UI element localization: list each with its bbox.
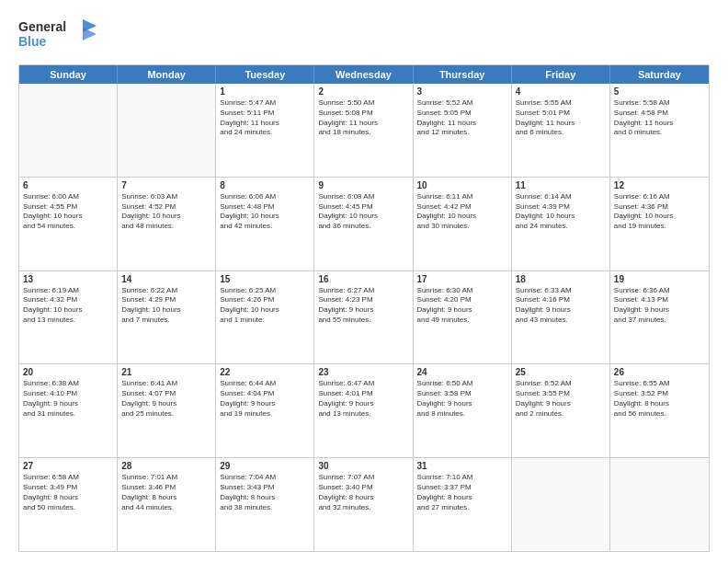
cell-info: Sunrise: 6:44 AM Sunset: 4:04 PM Dayligh…	[220, 379, 310, 419]
weekday-header: Wednesday	[314, 65, 413, 84]
calendar-cell: 28Sunrise: 7:01 AM Sunset: 3:46 PM Dayli…	[118, 458, 216, 551]
cell-info: Sunrise: 6:03 AM Sunset: 4:52 PM Dayligh…	[121, 192, 211, 232]
calendar-cell: 31Sunrise: 7:10 AM Sunset: 3:37 PM Dayli…	[414, 458, 512, 551]
calendar-cell: 6Sunrise: 6:00 AM Sunset: 4:55 PM Daylig…	[19, 178, 118, 270]
day-number: 30	[318, 461, 408, 471]
calendar-cell: 18Sunrise: 6:33 AM Sunset: 4:16 PM Dayli…	[512, 271, 610, 364]
calendar-cell: 25Sunrise: 6:52 AM Sunset: 3:55 PM Dayli…	[512, 364, 610, 457]
day-number: 28	[121, 461, 211, 471]
cell-info: Sunrise: 6:22 AM Sunset: 4:29 PM Dayligh…	[121, 286, 211, 326]
calendar-cell: 21Sunrise: 6:41 AM Sunset: 4:07 PM Dayli…	[118, 364, 216, 457]
calendar-cell: 24Sunrise: 6:50 AM Sunset: 3:58 PM Dayli…	[414, 364, 512, 457]
day-number: 4	[516, 86, 606, 97]
day-number: 6	[23, 180, 113, 190]
cell-info: Sunrise: 7:04 AM Sunset: 3:43 PM Dayligh…	[220, 473, 310, 512]
calendar-cell	[19, 84, 118, 177]
calendar-cell: 8Sunrise: 6:06 AM Sunset: 4:48 PM Daylig…	[216, 178, 314, 270]
cell-info: Sunrise: 6:00 AM Sunset: 4:55 PM Dayligh…	[23, 192, 113, 232]
day-number: 27	[23, 461, 113, 471]
calendar-row: 27Sunrise: 6:58 AM Sunset: 3:49 PM Dayli…	[19, 457, 709, 551]
day-number: 24	[417, 367, 507, 377]
day-number: 22	[220, 367, 310, 377]
page: General Blue SundayMondayTuesdayWednesda…	[0, 0, 728, 563]
day-number: 14	[121, 274, 211, 284]
calendar-cell: 17Sunrise: 6:30 AM Sunset: 4:20 PM Dayli…	[414, 271, 512, 364]
calendar-cell: 26Sunrise: 6:55 AM Sunset: 3:52 PM Dayli…	[610, 364, 709, 457]
day-number: 7	[121, 180, 211, 190]
cell-info: Sunrise: 6:50 AM Sunset: 3:58 PM Dayligh…	[417, 379, 507, 419]
day-number: 31	[417, 461, 507, 471]
day-number: 16	[318, 274, 408, 284]
cell-info: Sunrise: 5:52 AM Sunset: 5:05 PM Dayligh…	[417, 98, 507, 138]
calendar-cell	[118, 84, 216, 177]
logo-text: General Blue	[18, 15, 101, 55]
svg-marker-3	[83, 28, 97, 40]
calendar-cell: 12Sunrise: 6:16 AM Sunset: 4:36 PM Dayli…	[610, 178, 709, 270]
cell-info: Sunrise: 5:55 AM Sunset: 5:01 PM Dayligh…	[516, 98, 606, 138]
header: General Blue	[18, 15, 710, 55]
calendar-cell: 29Sunrise: 7:04 AM Sunset: 3:43 PM Dayli…	[216, 458, 314, 551]
cell-info: Sunrise: 6:52 AM Sunset: 3:55 PM Dayligh…	[516, 379, 606, 419]
day-number: 20	[23, 367, 113, 377]
weekday-header: Thursday	[414, 65, 512, 84]
weekday-header: Sunday	[19, 65, 118, 84]
calendar: SundayMondayTuesdayWednesdayThursdayFrid…	[18, 64, 710, 552]
calendar-cell: 11Sunrise: 6:14 AM Sunset: 4:39 PM Dayli…	[512, 178, 610, 270]
calendar-cell: 13Sunrise: 6:19 AM Sunset: 4:32 PM Dayli…	[19, 271, 118, 364]
cell-info: Sunrise: 7:07 AM Sunset: 3:40 PM Dayligh…	[318, 473, 408, 512]
calendar-cell: 22Sunrise: 6:44 AM Sunset: 4:04 PM Dayli…	[216, 364, 314, 457]
calendar-row: 6Sunrise: 6:00 AM Sunset: 4:55 PM Daylig…	[19, 177, 709, 270]
calendar-row: 13Sunrise: 6:19 AM Sunset: 4:32 PM Dayli…	[19, 270, 709, 364]
day-number: 29	[220, 461, 310, 471]
logo: General Blue	[18, 15, 101, 55]
cell-info: Sunrise: 6:36 AM Sunset: 4:13 PM Dayligh…	[614, 286, 705, 326]
day-number: 1	[220, 86, 310, 97]
calendar-cell	[512, 458, 610, 551]
day-number: 21	[121, 367, 211, 377]
calendar-cell: 4Sunrise: 5:55 AM Sunset: 5:01 PM Daylig…	[512, 84, 610, 177]
cell-info: Sunrise: 6:11 AM Sunset: 4:42 PM Dayligh…	[417, 192, 507, 232]
weekday-header: Tuesday	[216, 65, 314, 84]
calendar-cell: 16Sunrise: 6:27 AM Sunset: 4:23 PM Dayli…	[314, 271, 413, 364]
cell-info: Sunrise: 6:30 AM Sunset: 4:20 PM Dayligh…	[417, 286, 507, 326]
cell-info: Sunrise: 6:27 AM Sunset: 4:23 PM Dayligh…	[318, 286, 408, 326]
day-number: 5	[614, 86, 705, 97]
weekday-header: Friday	[512, 65, 610, 84]
cell-info: Sunrise: 5:58 AM Sunset: 4:58 PM Dayligh…	[614, 98, 705, 138]
cell-info: Sunrise: 6:41 AM Sunset: 4:07 PM Dayligh…	[121, 379, 211, 419]
calendar-cell: 20Sunrise: 6:38 AM Sunset: 4:10 PM Dayli…	[19, 364, 118, 457]
day-number: 19	[614, 274, 705, 284]
calendar-cell: 30Sunrise: 7:07 AM Sunset: 3:40 PM Dayli…	[314, 458, 413, 551]
svg-text:General: General	[18, 19, 66, 34]
day-number: 9	[318, 180, 408, 190]
calendar-row: 20Sunrise: 6:38 AM Sunset: 4:10 PM Dayli…	[19, 363, 709, 457]
calendar-body: 1Sunrise: 5:47 AM Sunset: 5:11 PM Daylig…	[19, 84, 709, 551]
day-number: 17	[417, 274, 507, 284]
calendar-cell: 3Sunrise: 5:52 AM Sunset: 5:05 PM Daylig…	[414, 84, 512, 177]
cell-info: Sunrise: 7:10 AM Sunset: 3:37 PM Dayligh…	[417, 473, 507, 512]
cell-info: Sunrise: 6:19 AM Sunset: 4:32 PM Dayligh…	[23, 286, 113, 326]
cell-info: Sunrise: 6:25 AM Sunset: 4:26 PM Dayligh…	[220, 286, 310, 326]
calendar-cell: 9Sunrise: 6:08 AM Sunset: 4:45 PM Daylig…	[314, 178, 413, 270]
calendar-cell: 14Sunrise: 6:22 AM Sunset: 4:29 PM Dayli…	[118, 271, 216, 364]
calendar-cell: 1Sunrise: 5:47 AM Sunset: 5:11 PM Daylig…	[216, 84, 314, 177]
day-number: 13	[23, 274, 113, 284]
calendar-cell: 15Sunrise: 6:25 AM Sunset: 4:26 PM Dayli…	[216, 271, 314, 364]
day-number: 18	[516, 274, 606, 284]
day-number: 2	[318, 86, 408, 97]
day-number: 3	[417, 86, 507, 97]
day-number: 25	[516, 367, 606, 377]
calendar-cell	[610, 458, 709, 551]
day-number: 15	[220, 274, 310, 284]
calendar-cell: 19Sunrise: 6:36 AM Sunset: 4:13 PM Dayli…	[610, 271, 709, 364]
day-number: 10	[417, 180, 507, 190]
weekday-header: Monday	[118, 65, 216, 84]
calendar-header: SundayMondayTuesdayWednesdayThursdayFrid…	[19, 65, 709, 84]
cell-info: Sunrise: 5:47 AM Sunset: 5:11 PM Dayligh…	[220, 98, 310, 138]
cell-info: Sunrise: 6:38 AM Sunset: 4:10 PM Dayligh…	[23, 379, 113, 419]
day-number: 12	[614, 180, 705, 190]
day-number: 11	[516, 180, 606, 190]
calendar-cell: 7Sunrise: 6:03 AM Sunset: 4:52 PM Daylig…	[118, 178, 216, 270]
day-number: 23	[318, 367, 408, 377]
cell-info: Sunrise: 6:33 AM Sunset: 4:16 PM Dayligh…	[516, 286, 606, 326]
